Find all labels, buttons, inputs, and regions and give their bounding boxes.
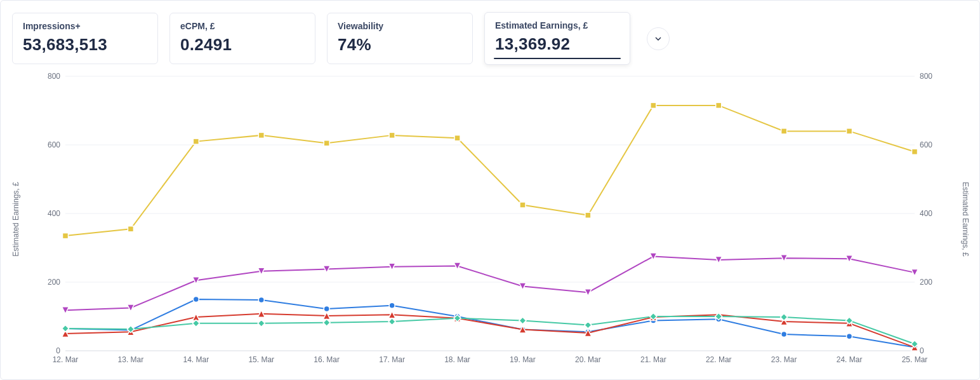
svg-text:800: 800 [48,72,60,81]
metric-cards-row: Impressions+ 53,683,513 eCPM, £ 0.2491 V… [12,12,968,65]
svg-rect-29 [63,233,69,239]
earnings-chart: 0020020040040060060080080012. Mar13. Mar… [37,70,943,369]
svg-point-62 [389,302,395,308]
svg-point-61 [324,306,329,312]
svg-text:12. Mar: 12. Mar [53,355,79,364]
chevron-down-icon [653,34,663,44]
card-ecpm[interactable]: eCPM, £ 0.2491 [169,13,315,64]
svg-rect-40 [781,128,787,134]
svg-rect-33 [324,140,329,146]
svg-point-68 [781,332,787,337]
expand-button[interactable] [647,27,670,50]
svg-rect-38 [651,102,656,108]
svg-rect-30 [128,226,133,232]
svg-marker-90 [388,318,395,325]
svg-text:400: 400 [920,209,932,218]
svg-text:0: 0 [920,346,924,355]
svg-point-60 [258,297,264,303]
card-impressions[interactable]: Impressions+ 53,683,513 [12,13,158,64]
svg-text:20. Mar: 20. Mar [575,355,601,364]
svg-marker-85 [62,325,69,332]
svg-text:200: 200 [48,278,60,287]
svg-marker-89 [323,319,330,326]
card-value: 53,683,513 [23,35,147,55]
card-value: 13,369.92 [495,34,619,54]
svg-text:19. Mar: 19. Mar [510,355,536,364]
card-value: 0.2491 [180,35,305,55]
svg-text:400: 400 [48,209,60,218]
svg-point-59 [193,297,199,302]
svg-text:16. Mar: 16. Mar [314,355,340,364]
svg-text:600: 600 [920,140,932,149]
svg-text:13. Mar: 13. Mar [118,355,144,364]
svg-text:18. Mar: 18. Mar [444,355,470,364]
series-purple [62,253,918,314]
svg-rect-31 [193,139,199,144]
card-value: 74% [338,35,462,55]
svg-rect-36 [520,202,526,208]
svg-text:22. Mar: 22. Mar [706,355,732,364]
card-label: Viewability [338,21,462,31]
series-red [62,310,918,351]
card-label: Estimated Earnings, £ [495,20,619,31]
svg-text:0: 0 [56,346,60,355]
series-yellow [63,102,918,238]
card-estimated-earnings[interactable]: Estimated Earnings, £ 13,369.92 [484,12,630,65]
svg-text:23. Mar: 23. Mar [771,355,797,364]
card-label: eCPM, £ [180,21,305,31]
svg-rect-41 [847,128,852,134]
svg-text:15. Mar: 15. Mar [248,355,274,364]
svg-text:200: 200 [920,278,932,287]
svg-rect-42 [912,149,918,154]
svg-marker-92 [519,317,526,324]
svg-text:24. Mar: 24. Mar [837,355,863,364]
svg-rect-34 [389,132,395,138]
svg-text:14. Mar: 14. Mar [183,355,209,364]
y-axis-label-right: Estimated Earnings, £ [961,182,970,256]
svg-rect-32 [258,132,264,138]
chart-area: Estimated Earnings, £ Estimated Earnings… [12,70,968,369]
card-label: Impressions+ [23,21,147,31]
svg-marker-88 [258,320,265,327]
svg-rect-37 [585,212,591,218]
dashboard-panel: Impressions+ 53,683,513 eCPM, £ 0.2491 V… [0,0,980,380]
y-axis-label-left: Estimated Earnings, £ [11,182,20,256]
svg-text:600: 600 [48,140,60,149]
svg-text:25. Mar: 25. Mar [902,355,928,364]
svg-rect-39 [716,102,722,108]
svg-text:17. Mar: 17. Mar [379,355,405,364]
svg-text:21. Mar: 21. Mar [640,355,666,364]
svg-text:800: 800 [920,72,932,81]
svg-point-69 [847,334,852,339]
svg-marker-93 [585,322,592,329]
svg-marker-96 [781,314,788,321]
svg-rect-35 [454,135,460,141]
card-viewability[interactable]: Viewability 74% [327,13,473,64]
